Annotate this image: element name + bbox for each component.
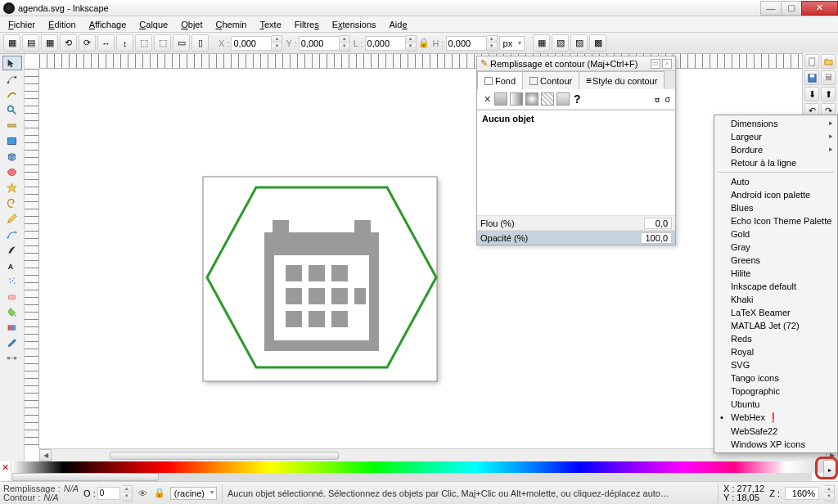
color-palette[interactable]: ✕ [0, 461, 838, 473]
zoom-stepper[interactable]: ▲▼ [824, 485, 835, 502]
tab-fill[interactable]: Fond [477, 71, 523, 89]
palette-swatches[interactable] [11, 461, 838, 473]
text-tool[interactable]: A [2, 258, 22, 272]
eraser-tool[interactable] [2, 289, 22, 304]
y-input[interactable] [299, 36, 340, 51]
opt-btn-9[interactable]: ⬚ [154, 34, 171, 52]
fill-rule-button-1[interactable]: ʊ [655, 95, 660, 104]
menu-object[interactable]: Objet [176, 18, 207, 31]
bezier-tool[interactable] [2, 227, 22, 241]
cmd-save[interactable] [804, 70, 819, 85]
opt-btn-11[interactable]: ▯ [191, 34, 209, 52]
menu-path[interactable]: Chemin [211, 18, 252, 31]
ctx-palette-latex[interactable]: LaTeX Beamer [714, 306, 837, 319]
minimize-button[interactable]: — [760, 1, 782, 16]
layer-selector[interactable]: (racine) [170, 487, 217, 500]
selector-tool[interactable] [2, 56, 22, 70]
ctx-width[interactable]: Largeur [714, 130, 837, 143]
cmd-print[interactable] [821, 70, 836, 85]
menu-view[interactable]: Affichage [84, 18, 132, 31]
ctx-border[interactable]: Bordure [714, 143, 837, 156]
pattern-button[interactable] [541, 92, 554, 106]
blur-row[interactable]: Flou (%) 0,0 [477, 215, 675, 230]
ctx-palette-tango[interactable]: Tango icons [714, 371, 837, 385]
w-stepper[interactable]: ▲▼ [406, 35, 417, 52]
unit-select[interactable]: px [499, 36, 525, 51]
menu-text[interactable]: Texte [255, 18, 286, 31]
linear-gradient-button[interactable] [510, 92, 523, 106]
pencil-tool[interactable] [2, 211, 22, 226]
master-opacity[interactable]: O : ▲▼ [83, 485, 133, 502]
opacity-value[interactable]: 100,0 [641, 232, 672, 244]
opacity-o-input[interactable] [97, 487, 120, 500]
blur-value[interactable]: 0,0 [644, 218, 672, 229]
ctx-palette-gold[interactable]: Gold [714, 227, 837, 241]
ctx-palette-android[interactable]: Android icon palette [714, 188, 837, 201]
bucket-tool[interactable] [2, 304, 22, 319]
ctx-palette-svg[interactable]: SVG [714, 358, 837, 371]
h-stepper[interactable]: ▲▼ [487, 35, 498, 52]
menu-file[interactable]: Fichier [3, 18, 40, 31]
h-field[interactable]: H : ▲▼ [431, 35, 498, 52]
3dbox-tool[interactable] [2, 149, 22, 164]
radial-gradient-button[interactable] [525, 92, 538, 106]
connector-tool[interactable] [2, 351, 22, 366]
ctx-palette-blues[interactable]: Blues [714, 201, 837, 214]
swatch-button[interactable] [556, 92, 570, 106]
ctx-wrap[interactable]: Retour à la ligne [714, 156, 837, 169]
calligraphy-tool[interactable] [2, 242, 22, 257]
lock-aspect-icon[interactable]: 🔒 [418, 37, 430, 50]
y-field[interactable]: Y : ▲▼ [284, 35, 349, 52]
no-paint-button[interactable]: ✕ [482, 94, 492, 104]
ctx-palette-matlab[interactable]: MATLAB Jet (72) [714, 319, 837, 332]
panel-titlebar[interactable]: ✎ Remplissage et contour (Maj+Ctrl+F) ▭ … [477, 56, 675, 71]
opt-btn-5[interactable]: ⟳ [79, 34, 96, 52]
ctx-palette-xp[interactable]: Windows XP icons [714, 438, 837, 451]
tweak-tool[interactable] [2, 87, 22, 101]
palette-scroll-thumb[interactable] [11, 473, 159, 481]
close-button[interactable]: ✕ [801, 1, 838, 16]
ellipse-tool[interactable] [2, 164, 22, 179]
layer-visibility-icon[interactable]: 👁 [137, 488, 149, 499]
cmd-import[interactable]: ⬇ [804, 87, 819, 101]
opt-btn-7[interactable]: ↕ [116, 34, 133, 52]
opt-btn-8[interactable]: ⬚ [135, 34, 152, 52]
x-stepper[interactable]: ▲▼ [272, 35, 282, 52]
w-field[interactable]: L : ▲▼ [352, 35, 417, 52]
flat-color-button[interactable] [494, 92, 507, 106]
y-stepper[interactable]: ▲▼ [340, 35, 350, 52]
layer-lock-icon[interactable]: 🔒 [154, 488, 165, 499]
menu-edit[interactable]: Édition [43, 18, 81, 31]
panel-close-button[interactable]: × [662, 59, 672, 69]
ctx-palette-echo[interactable]: Echo Icon Theme Palette [714, 214, 837, 227]
opt-btn-1[interactable]: ▦ [3, 34, 20, 52]
menu-filters[interactable]: Filtres [290, 18, 324, 31]
opt-btn-4[interactable]: ⟲ [60, 34, 77, 52]
cmd-open[interactable] [821, 54, 836, 69]
affect-btn-4[interactable]: ▩ [589, 34, 606, 52]
measure-tool[interactable] [2, 118, 22, 133]
palette-none-swatch[interactable]: ✕ [0, 461, 11, 473]
x-field[interactable]: X : ▲▼ [217, 35, 282, 52]
ctx-palette-websafe[interactable]: WebSafe22 [714, 425, 837, 438]
zoom-tool[interactable] [2, 102, 22, 117]
affect-btn-2[interactable]: ▧ [552, 34, 569, 52]
w-input[interactable] [365, 36, 406, 51]
opt-btn-10[interactable]: ▭ [173, 34, 190, 52]
ctx-palette-khaki[interactable]: Khaki [714, 293, 837, 306]
ctx-palette-royal[interactable]: Royal [714, 345, 837, 358]
scroll-left-button[interactable]: ◀ [39, 449, 52, 461]
opt-btn-6[interactable]: ↔ [97, 34, 115, 52]
rect-tool[interactable] [2, 133, 22, 148]
menu-layer[interactable]: Calque [134, 18, 173, 31]
zoom-input[interactable]: 160% [785, 487, 819, 500]
node-tool[interactable] [2, 71, 22, 86]
fill-stroke-indicator[interactable]: Remplissage :N/A Contour :N/A [3, 484, 79, 502]
dropper-tool[interactable] [2, 335, 22, 350]
tab-stroke[interactable]: Contour [522, 71, 579, 89]
star-tool[interactable] [2, 180, 22, 195]
panel-iconify-button[interactable]: ▭ [651, 59, 660, 69]
scroll-thumb-h[interactable] [110, 452, 339, 460]
ctx-palette-auto[interactable]: Auto [714, 175, 837, 188]
unknown-paint-icon[interactable]: ? [574, 92, 581, 106]
